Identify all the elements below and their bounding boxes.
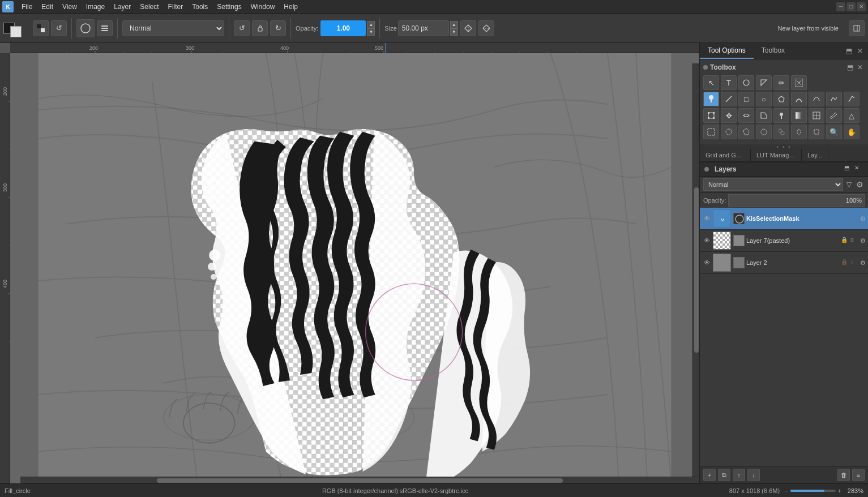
tool-pan[interactable]: ✋ bbox=[844, 125, 860, 139]
add-layer-btn[interactable]: + bbox=[703, 469, 716, 481]
tool-select-similar[interactable] bbox=[773, 125, 789, 139]
layer-properties-btn[interactable]: ≡ bbox=[852, 469, 865, 481]
tool-line[interactable] bbox=[721, 92, 737, 106]
layer-alpha-layer2[interactable]: α bbox=[850, 259, 858, 267]
tool-freehand-select[interactable] bbox=[756, 125, 772, 139]
menu-edit[interactable]: Edit bbox=[37, 2, 58, 12]
blend-mode-select[interactable]: Normal Multiply Screen Overlay bbox=[122, 20, 224, 36]
menu-tools[interactable]: Tools bbox=[187, 2, 212, 12]
window-maximize[interactable]: □ bbox=[846, 2, 856, 11]
tool-dynamic-brush[interactable] bbox=[844, 92, 860, 106]
new-layer-visible-btn[interactable]: New layer from visible bbox=[772, 23, 844, 34]
panel-close-btn[interactable]: ✕ bbox=[856, 46, 865, 55]
menu-settings[interactable]: Settings bbox=[212, 2, 246, 12]
panel-float-btn[interactable]: ⬒ bbox=[844, 46, 853, 55]
tool-brush[interactable] bbox=[703, 92, 719, 106]
delete-layer-btn[interactable]: 🗑 bbox=[837, 469, 850, 481]
tool-ellipse[interactable]: ○ bbox=[756, 92, 772, 106]
tool-color-picker[interactable] bbox=[773, 108, 789, 123]
layers-undock-btn[interactable]: ⬒ bbox=[844, 165, 853, 174]
size-input[interactable] bbox=[398, 20, 449, 36]
tool-measure[interactable]: △ bbox=[844, 108, 860, 123]
mirror-h-btn[interactable] bbox=[460, 20, 476, 36]
h-scroll-thumb[interactable] bbox=[157, 478, 563, 483]
tool-multibrush[interactable] bbox=[738, 75, 754, 90]
tool-patch[interactable] bbox=[809, 108, 824, 123]
layer-vis-selection-mask[interactable]: 👁 bbox=[702, 214, 711, 223]
lock-alpha-btn[interactable] bbox=[252, 20, 268, 36]
duplicate-layer-btn[interactable]: ⧉ bbox=[718, 469, 730, 481]
move-up-btn[interactable]: ↑ bbox=[733, 469, 745, 481]
tool-selection-shape[interactable] bbox=[756, 108, 772, 123]
tool-polygon-select[interactable] bbox=[738, 125, 754, 139]
canvas-area[interactable]: 200 300 400 500 bbox=[0, 43, 699, 483]
layers-opacity-input[interactable] bbox=[728, 194, 865, 207]
menu-select[interactable]: Select bbox=[135, 2, 163, 12]
layer-lock-layer7[interactable]: 🔒 bbox=[841, 237, 849, 245]
layer-settings-layer2[interactable]: ⚙ bbox=[860, 259, 866, 267]
background-color[interactable] bbox=[10, 26, 22, 37]
layers-filter-icon[interactable]: ▽ bbox=[845, 181, 853, 188]
tool-text[interactable]: T bbox=[721, 75, 737, 90]
tool-bezier[interactable] bbox=[791, 92, 807, 106]
toolbox-close-btn[interactable]: ✕ bbox=[856, 63, 865, 72]
vertical-scrollbar[interactable] bbox=[692, 63, 699, 477]
canvas-container[interactable] bbox=[10, 53, 699, 483]
v-scroll-thumb[interactable] bbox=[694, 187, 699, 353]
tool-gradient[interactable] bbox=[791, 108, 807, 123]
layer-settings-selection-mask[interactable]: ⚙ bbox=[860, 215, 866, 222]
tool-rect[interactable]: □ bbox=[738, 92, 754, 106]
layer-item-layer2[interactable]: 👁 Layer 2 🔒 α ⚙ bbox=[700, 252, 868, 274]
tab-toolbox[interactable]: Toolbox bbox=[754, 43, 793, 59]
zoom-out-btn[interactable]: − bbox=[784, 487, 788, 494]
tool-transform[interactable] bbox=[703, 108, 719, 123]
layer-vis-layer2[interactable]: 👁 bbox=[702, 258, 711, 267]
window-minimize[interactable]: ─ bbox=[836, 2, 845, 11]
tool-zoom[interactable]: 🔍 bbox=[826, 125, 842, 139]
layer-vis-layer7[interactable]: 👁 bbox=[702, 236, 711, 245]
tool-crop[interactable] bbox=[809, 125, 824, 139]
subtab-lut[interactable]: LUT Managem... bbox=[751, 149, 802, 161]
move-down-btn[interactable]: ↓ bbox=[747, 469, 760, 481]
mirror-v-btn[interactable] bbox=[478, 20, 494, 36]
reset-colors-btn[interactable]: ↺ bbox=[51, 20, 67, 36]
tool-fill-pattern[interactable] bbox=[791, 75, 807, 90]
tool-smart-select[interactable] bbox=[791, 125, 807, 139]
toolbox-undock-btn[interactable]: ⬒ bbox=[845, 63, 854, 72]
tool-cursor[interactable]: ↖ bbox=[703, 75, 719, 90]
artwork-canvas[interactable] bbox=[10, 53, 699, 483]
tool-path[interactable] bbox=[809, 92, 824, 106]
horizontal-scrollbar[interactable] bbox=[20, 477, 699, 483]
tool-contiguous-selection[interactable] bbox=[756, 75, 772, 90]
layer-lock-layer2[interactable]: 🔒 bbox=[841, 259, 849, 267]
layers-mode-select[interactable]: Normal Multiply Screen bbox=[703, 178, 843, 191]
subtab-grid[interactable]: Grid and Gui... bbox=[700, 149, 751, 161]
tool-ellipse-select[interactable] bbox=[721, 125, 737, 139]
brush-settings-btn[interactable] bbox=[97, 20, 113, 36]
zoom-slider-track[interactable] bbox=[790, 490, 836, 492]
tool-polygon[interactable] bbox=[773, 92, 789, 106]
tool-freehand[interactable] bbox=[826, 92, 842, 106]
menu-view[interactable]: View bbox=[58, 2, 82, 12]
tool-rect-select[interactable] bbox=[703, 125, 719, 139]
menu-file[interactable]: File bbox=[17, 2, 37, 12]
tool-move[interactable]: ✥ bbox=[721, 108, 737, 123]
layer-settings-layer7[interactable]: ⚙ bbox=[860, 237, 866, 245]
layers-options-btn[interactable]: ⚙ bbox=[855, 180, 865, 189]
brush-preset-btn[interactable] bbox=[76, 19, 95, 37]
tab-tool-options[interactable]: Tool Options bbox=[700, 43, 754, 59]
layer-alpha-layer7[interactable]: α bbox=[850, 237, 858, 245]
subtab-lay[interactable]: Lay... bbox=[802, 149, 828, 161]
resize-handle[interactable]: • • • bbox=[700, 144, 868, 149]
opacity-stepper[interactable]: ▲ ▼ bbox=[367, 21, 375, 36]
layers-close-btn[interactable]: ✕ bbox=[854, 165, 863, 174]
opacity-input[interactable] bbox=[320, 20, 366, 36]
layer-item-layer7[interactable]: 👁 Layer 7(pasted) 🔒 α ⚙ bbox=[700, 230, 868, 252]
menu-help[interactable]: Help bbox=[279, 2, 302, 12]
menu-image[interactable]: Image bbox=[82, 2, 109, 12]
menu-layer[interactable]: Layer bbox=[109, 2, 135, 12]
menu-filter[interactable]: Filter bbox=[164, 2, 188, 12]
color-picker-btn[interactable] bbox=[33, 20, 49, 36]
zoom-in-btn[interactable]: + bbox=[838, 487, 841, 494]
tool-pencil[interactable]: ✏ bbox=[773, 75, 789, 90]
